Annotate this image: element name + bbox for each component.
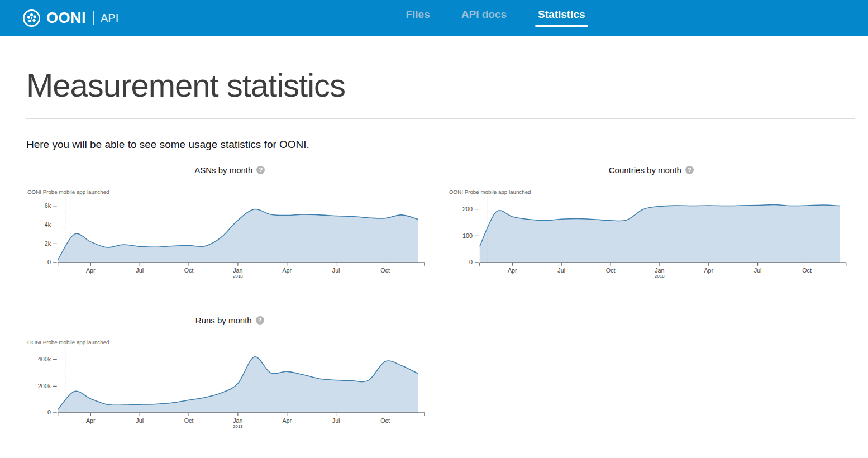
- svg-text:OONI Probe mobile app launched: OONI Probe mobile app launched: [27, 189, 109, 195]
- svg-text:Apr: Apr: [282, 267, 292, 274]
- svg-text:2k: 2k: [45, 240, 51, 247]
- svg-text:2018: 2018: [655, 274, 664, 279]
- charts-grid: ASNs by month ? 02k4k6kAprJulOctJan2018A…: [26, 165, 855, 433]
- svg-text:Oct: Oct: [380, 417, 390, 424]
- chart-title-row: Countries by month ?: [448, 165, 855, 175]
- divider: [26, 118, 855, 119]
- svg-text:Jan: Jan: [233, 417, 242, 424]
- chart-title-text: Countries by month: [609, 165, 681, 175]
- help-icon[interactable]: ?: [256, 316, 264, 325]
- svg-text:OONI Probe mobile app launched: OONI Probe mobile app launched: [449, 189, 531, 195]
- svg-text:0: 0: [469, 259, 473, 265]
- svg-text:Jan: Jan: [233, 267, 242, 274]
- svg-text:Jul: Jul: [136, 267, 144, 274]
- svg-text:0: 0: [47, 409, 51, 416]
- chart-plot: 0100200AprJulOctJan2018AprJulOctOONI Pro…: [448, 187, 855, 283]
- svg-text:Apr: Apr: [86, 267, 96, 274]
- help-icon[interactable]: ?: [685, 166, 694, 174]
- brand-suffix: API: [101, 12, 118, 25]
- chart-plot: 0200k400kAprJulOctJan2018AprJulOctOONI P…: [26, 337, 433, 433]
- chart-title-row: Runs by month ?: [26, 316, 433, 325]
- brand-name: OONI: [46, 9, 86, 27]
- svg-text:OONI Probe mobile app launched: OONI Probe mobile app launched: [27, 339, 109, 345]
- page-title: Measurement statistics: [26, 66, 855, 104]
- help-icon[interactable]: ?: [256, 166, 265, 174]
- svg-text:4k: 4k: [45, 221, 51, 228]
- svg-text:Apr: Apr: [86, 417, 96, 424]
- intro-text: Here you will be able to see some usage …: [26, 139, 855, 151]
- svg-text:400k: 400k: [38, 356, 51, 362]
- chart-canvas: 0100200AprJulOctJan2018AprJulOctOONI Pro…: [448, 187, 855, 283]
- svg-text:Apr: Apr: [704, 267, 713, 274]
- top-navigation-bar: OONI API Files API docs Statistics: [0, 0, 868, 36]
- svg-text:Oct: Oct: [802, 267, 812, 274]
- svg-text:6k: 6k: [45, 202, 51, 209]
- svg-text:Oct: Oct: [184, 267, 194, 274]
- svg-text:Jul: Jul: [332, 267, 340, 274]
- chart-asns-by-month: ASNs by month ? 02k4k6kAprJulOctJan2018A…: [26, 165, 433, 283]
- svg-text:100: 100: [462, 232, 473, 239]
- ooni-logo-icon: [22, 9, 41, 27]
- chart-countries-by-month: Countries by month ? 0100200AprJulOctJan…: [448, 165, 855, 283]
- svg-text:Jul: Jul: [332, 417, 340, 424]
- svg-text:Oct: Oct: [605, 267, 615, 274]
- brand-home-link[interactable]: OONI API: [22, 9, 118, 27]
- nav-files[interactable]: Files: [403, 8, 432, 27]
- chart-title-text: ASNs by month: [194, 165, 252, 175]
- chart-canvas: 0200k400kAprJulOctJan2018AprJulOctOONI P…: [26, 337, 433, 433]
- svg-text:0: 0: [47, 259, 51, 265]
- main-nav: Files API docs Statistics: [403, 0, 588, 36]
- svg-text:2018: 2018: [233, 424, 242, 429]
- svg-text:2018: 2018: [233, 274, 242, 279]
- chart-plot: 02k4k6kAprJulOctJan2018AprJulOctOONI Pro…: [26, 187, 433, 283]
- svg-text:Jan: Jan: [655, 267, 664, 274]
- nav-statistics[interactable]: Statistics: [535, 8, 588, 27]
- svg-text:Jul: Jul: [136, 417, 144, 424]
- chart-title-text: Runs by month: [195, 316, 252, 325]
- svg-text:Jul: Jul: [753, 267, 761, 274]
- brand-separator: [93, 11, 94, 25]
- svg-text:Oct: Oct: [380, 267, 390, 274]
- svg-text:Jul: Jul: [557, 267, 565, 274]
- svg-text:Oct: Oct: [184, 417, 194, 424]
- svg-text:Apr: Apr: [282, 417, 292, 424]
- main-content: Measurement statistics Here you will be …: [0, 66, 868, 433]
- chart-runs-by-month: Runs by month ? 0200k400kAprJulOctJan201…: [26, 316, 433, 433]
- chart-canvas: 02k4k6kAprJulOctJan2018AprJulOctOONI Pro…: [26, 187, 433, 283]
- svg-text:200k: 200k: [38, 383, 51, 389]
- nav-api-docs[interactable]: API docs: [459, 8, 509, 27]
- svg-text:Apr: Apr: [507, 267, 517, 274]
- chart-title-row: ASNs by month ?: [26, 165, 433, 175]
- svg-text:200: 200: [462, 206, 473, 212]
